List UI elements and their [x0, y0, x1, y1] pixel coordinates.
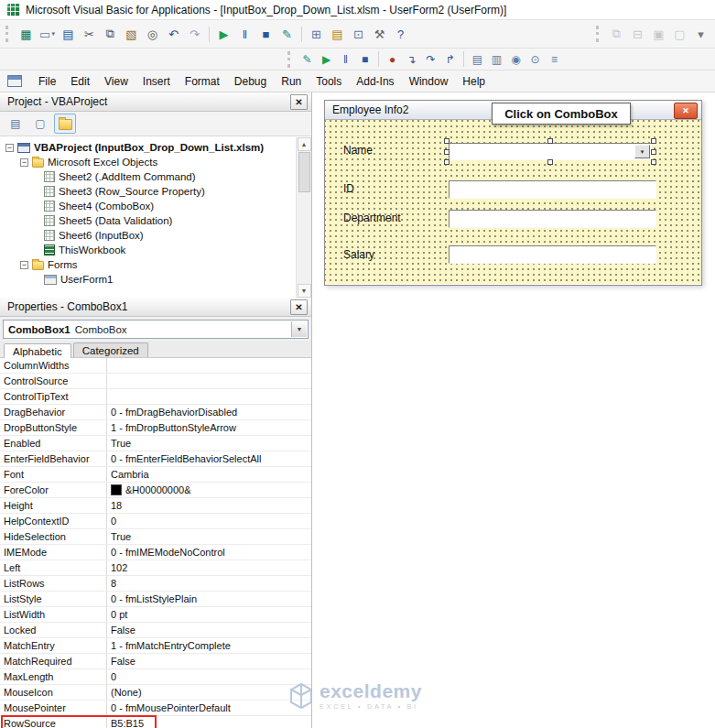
- object-browser-icon[interactable]: ⊡: [349, 25, 368, 44]
- property-row[interactable]: Height18: [0, 498, 311, 514]
- selection-handle[interactable]: [547, 159, 553, 165]
- toolbar-grip[interactable]: [5, 26, 11, 42]
- run-icon[interactable]: ▶: [318, 50, 335, 68]
- copy-icon[interactable]: ⧉: [101, 25, 120, 44]
- name-label[interactable]: Name: [343, 144, 373, 157]
- property-value[interactable]: 0 pt: [107, 607, 311, 622]
- property-row[interactable]: Left102: [0, 560, 311, 576]
- call-stack-icon[interactable]: ≡: [546, 50, 563, 68]
- menu-tools[interactable]: Tools: [309, 72, 349, 91]
- selection-handle[interactable]: [444, 138, 450, 144]
- help-icon[interactable]: ?: [391, 25, 410, 44]
- userform-close-button[interactable]: ✕: [674, 103, 698, 119]
- property-value[interactable]: False: [107, 623, 311, 637]
- immediate-window-icon[interactable]: ▥: [488, 50, 505, 68]
- view-microsoft-excel-icon[interactable]: ▦: [16, 25, 36, 44]
- tab-categorized[interactable]: Categorized: [73, 342, 148, 357]
- property-value[interactable]: 8: [107, 576, 311, 591]
- tree-node[interactable]: Sheet2 (.AddItem Command): [0, 169, 296, 184]
- send-to-back-icon[interactable]: ⊟: [628, 25, 647, 44]
- department-textbox[interactable]: [449, 210, 656, 228]
- property-value[interactable]: 0: [107, 514, 311, 528]
- find-icon[interactable]: ◎: [143, 25, 162, 44]
- property-value[interactable]: 1 - fmMatchEntryComplete: [107, 638, 311, 653]
- undo-icon[interactable]: ↶: [164, 25, 183, 44]
- break-icon[interactable]: ‖: [337, 50, 354, 68]
- userform-window[interactable]: Employee Info2 ✕ Click on ComboBox Name …: [324, 100, 702, 286]
- property-value[interactable]: (None): [107, 685, 311, 700]
- property-value[interactable]: 0: [107, 669, 311, 684]
- property-row[interactable]: ColumnWidths: [0, 358, 311, 374]
- property-row[interactable]: MaxLength0: [0, 669, 311, 685]
- property-value[interactable]: True: [107, 436, 311, 451]
- object-selector-dropdown-icon[interactable]: ▼: [291, 321, 307, 337]
- property-value[interactable]: 0 - fmMousePointerDefault: [107, 701, 311, 715]
- property-row[interactable]: FontCambria: [0, 467, 311, 483]
- id-label[interactable]: ID: [343, 182, 354, 195]
- project-scrollbar[interactable]: ▲ ▼: [296, 137, 311, 298]
- selection-handle[interactable]: [444, 159, 450, 165]
- reset-icon[interactable]: ■: [356, 50, 374, 68]
- toolbar-options-icon[interactable]: ▾: [691, 25, 710, 44]
- quick-watch-icon[interactable]: ⊙: [526, 50, 544, 68]
- menu-insert[interactable]: Insert: [135, 72, 178, 91]
- tree-node[interactable]: ThisWorkbook: [0, 243, 296, 257]
- salary-label[interactable]: Salary: [343, 248, 374, 261]
- menu-window[interactable]: Window: [402, 72, 456, 91]
- property-value[interactable]: B5:B15: [107, 716, 311, 728]
- property-value[interactable]: 102: [107, 560, 311, 575]
- property-row[interactable]: LockedFalse: [0, 623, 311, 638]
- tree-node[interactable]: −Forms: [0, 257, 296, 272]
- menu-help[interactable]: Help: [455, 72, 493, 91]
- property-value[interactable]: [107, 358, 311, 373]
- property-row[interactable]: DragBehavior0 - fmDragBehaviorDisabled: [0, 405, 311, 420]
- menu-debug[interactable]: Debug: [227, 72, 274, 91]
- child-window-icon[interactable]: [7, 75, 22, 87]
- name-combobox[interactable]: ▼: [449, 143, 652, 160]
- property-row[interactable]: MatchRequiredFalse: [0, 654, 311, 669]
- property-value[interactable]: &H00000000&: [107, 483, 311, 497]
- expander-icon[interactable]: −: [20, 261, 28, 269]
- property-value[interactable]: [107, 374, 311, 388]
- ungroup-icon[interactable]: ▢: [670, 25, 689, 44]
- toolbox-icon[interactable]: ⚒: [370, 25, 389, 44]
- properties-close-button[interactable]: ✕: [290, 299, 308, 315]
- run-icon[interactable]: ▶: [214, 25, 233, 44]
- tree-node[interactable]: Sheet4 (ComboBox): [0, 199, 296, 213]
- property-row[interactable]: ListRows8: [0, 576, 311, 592]
- menu-edit[interactable]: Edit: [63, 72, 97, 91]
- scroll-up-button[interactable]: ▲: [298, 137, 311, 151]
- property-row[interactable]: ListWidth0 pt: [0, 607, 311, 623]
- property-value[interactable]: 18: [107, 498, 311, 513]
- tree-node[interactable]: UserForm1: [0, 272, 296, 287]
- combobox-dropdown-icon[interactable]: ▼: [634, 145, 650, 158]
- salary-textbox[interactable]: [449, 245, 656, 264]
- watch-window-icon[interactable]: ◉: [507, 50, 525, 68]
- property-value[interactable]: 0 - fmIMEModeNoControl: [107, 545, 311, 560]
- property-value[interactable]: False: [107, 654, 311, 668]
- id-textbox[interactable]: [449, 180, 656, 199]
- object-selector[interactable]: ComboBox1 ComboBox ▼: [3, 320, 309, 339]
- toolbar-grip[interactable]: [287, 51, 293, 68]
- property-value[interactable]: 0 - fmDragBehaviorDisabled: [107, 405, 311, 419]
- property-row[interactable]: IMEMode0 - fmIMEModeNoControl: [0, 545, 311, 560]
- userform-titlebar[interactable]: Employee Info2 ✕ Click on ComboBox: [325, 101, 701, 120]
- property-value[interactable]: True: [107, 529, 311, 544]
- group-icon[interactable]: ▣: [649, 25, 668, 44]
- project-close-button[interactable]: ✕: [290, 94, 308, 110]
- property-row[interactable]: EnterFieldBehavior0 - fmEnterFieldBehavi…: [0, 451, 311, 467]
- department-label[interactable]: Department: [343, 212, 401, 224]
- property-value[interactable]: [107, 389, 311, 404]
- project-explorer-icon[interactable]: ⊞: [307, 25, 326, 44]
- step-out-icon[interactable]: ↱: [441, 50, 459, 68]
- expander-icon[interactable]: −: [5, 144, 14, 152]
- redo-icon[interactable]: ↷: [185, 25, 204, 44]
- selection-handle[interactable]: [651, 138, 656, 144]
- selection-handle[interactable]: [444, 149, 450, 155]
- view-object-icon[interactable]: ▢: [29, 114, 51, 134]
- locals-window-icon[interactable]: ▤: [469, 50, 486, 68]
- view-code-icon[interactable]: ▤: [5, 114, 27, 134]
- save-icon[interactable]: ▤: [59, 25, 78, 44]
- property-value[interactable]: 0 - fmEnterFieldBehaviorSelectAll: [107, 451, 311, 466]
- step-into-icon[interactable]: ↴: [403, 50, 420, 68]
